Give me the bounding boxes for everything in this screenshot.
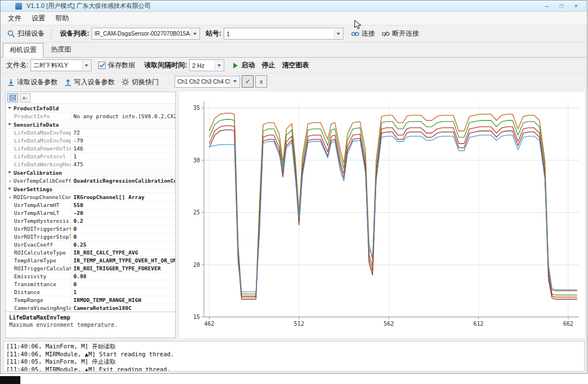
- property-name: LifeDataWorkingHours: [6, 161, 71, 168]
- property-category[interactable]: UserSettings: [6, 185, 175, 193]
- tab-heatmap[interactable]: 热度图: [44, 42, 78, 57]
- log-panel[interactable]: [11:40:06, MainForm, M] 开始读取[11:40:06, M…: [3, 341, 585, 372]
- property-value[interactable]: -79: [71, 137, 175, 144]
- menu-item-settings[interactable]: 设置: [27, 12, 50, 25]
- property-value[interactable]: 0: [71, 281, 175, 287]
- menu-item-help[interactable]: 帮助: [50, 12, 74, 25]
- property-value[interactable]: 72: [71, 130, 175, 136]
- tab-camera-settings[interactable]: 相机设置: [3, 43, 43, 58]
- checkbox-box[interactable]: [98, 62, 106, 69]
- interval-combo[interactable]: 2 Hz: [189, 59, 224, 71]
- temperature-chart[interactable]: 1520253035462512562612662: [179, 92, 585, 338]
- property-category[interactable]: ProductInfoOld: [6, 104, 175, 113]
- property-row[interactable]: ProductInfoNo any product info.[SV0.0.2,…: [6, 113, 175, 120]
- property-row[interactable]: UsrTempAlarmLT-20: [6, 209, 175, 217]
- property-name: Transmittance: [6, 281, 71, 288]
- property-value[interactable]: 146: [71, 145, 175, 152]
- property-value[interactable]: 0: [71, 226, 175, 232]
- property-row[interactable]: UsrEvacCoeff0.25: [6, 241, 175, 249]
- svg-text:20: 20: [193, 262, 200, 268]
- chevron-down-icon[interactable]: [334, 29, 342, 38]
- property-row[interactable]: CameraViewingAngleCameraRotation180C: [6, 304, 175, 312]
- property-value[interactable]: IR_TEMP_ALARM_TYPE_OVER_HT_OR_UNDER_LT: [71, 257, 175, 264]
- property-row[interactable]: UsrROITriggerStartTim0: [6, 225, 175, 233]
- disconnect-button[interactable]: 断开连接: [378, 28, 423, 40]
- property-row[interactable]: TempRangeIRMOD_TEMP_RANGE_HIGH: [6, 296, 175, 304]
- channel-combo[interactable]: Ch1 Ch2 Ch3 Ch4 Ch5 C: [175, 76, 240, 88]
- write-params-button[interactable]: 写入设备参数: [61, 76, 118, 88]
- property-row[interactable]: LifeDataProtocol1: [6, 153, 175, 161]
- chevron-down-icon[interactable]: [230, 77, 239, 87]
- property-category[interactable]: UserCalibration: [6, 169, 175, 177]
- property-value[interactable]: QuadraticRegressionCalibrationCoeffici: [71, 178, 175, 184]
- device-list-combo[interactable]: IR_CAM-DagaSensor-0027070B015A(1): [92, 28, 200, 40]
- property-row[interactable]: ROICalculateTypeIR_ROI_CALC_TYPE_AVG: [6, 249, 175, 257]
- chevron-down-icon[interactable]: [82, 61, 90, 70]
- property-row[interactable]: UsrTempAlarmHT550: [6, 201, 175, 209]
- property-name: Distance: [6, 288, 71, 296]
- property-value[interactable]: 550: [71, 202, 175, 208]
- filename-combo[interactable]: 二时下料XLY: [31, 59, 92, 71]
- scan-device-button[interactable]: 扫描设备: [4, 28, 48, 40]
- chevron-down-icon[interactable]: [190, 29, 199, 38]
- toolbar-capture: 文件名: 二时下料XLY 保存数据 读取间隔时间: 2 Hz 启动 停止 清空图…: [1, 58, 587, 74]
- toggle-shutter-button[interactable]: 切换快门: [118, 76, 162, 88]
- save-data-checkbox[interactable]: 保存数据: [98, 61, 135, 70]
- connect-button[interactable]: 连接: [348, 28, 378, 40]
- maximize-button[interactable]: □: [555, 2, 568, 10]
- expander-icon[interactable]: ›: [8, 178, 12, 184]
- alphabetical-sort-button[interactable]: A↓: [20, 93, 31, 102]
- property-value[interactable]: IR_ROI_CALC_TYPE_AVG: [71, 249, 175, 256]
- property-grid-rows: ProductInfoOldProductInfoNo any product …: [6, 104, 175, 312]
- property-row[interactable]: Distance1: [6, 288, 175, 296]
- minimize-button[interactable]: –: [541, 2, 553, 10]
- interval-value: 2 Hz: [192, 62, 214, 69]
- property-row[interactable]: ›UserTempCalibCoeffQuadraticRegressionCa…: [6, 177, 175, 185]
- property-value[interactable]: 1: [71, 153, 175, 159]
- property-value[interactable]: IRGroupChannel[] Array: [71, 194, 175, 200]
- property-row[interactable]: TempAlarmTypeIR_TEMP_ALARM_TYPE_OVER_HT_…: [6, 257, 175, 265]
- property-value[interactable]: CameraRotation180C: [71, 305, 175, 311]
- menu-item-file[interactable]: 文件: [3, 12, 27, 25]
- toggle-shutter-label: 切换快门: [132, 77, 159, 87]
- property-row[interactable]: UsrROITriggerStopTime0: [6, 233, 175, 241]
- apply-channels-button[interactable]: ✓: [242, 75, 254, 88]
- channel-selector-group: Ch1 Ch2 Ch3 Ch4 Ch5 C ✓ x: [175, 75, 267, 88]
- start-button[interactable]: 启动: [230, 59, 258, 71]
- read-params-button[interactable]: 读取设备参数: [4, 76, 61, 88]
- property-value[interactable]: No any product info.[SV0.0.2,CX20231122,…: [71, 113, 175, 119]
- property-row[interactable]: ROITriggerCalculateTyIR_ROI_TRIGGER_TYPE…: [6, 265, 175, 273]
- property-row[interactable]: ›ROIGroupChannelConfigIRGroupChannel[] A…: [6, 193, 175, 201]
- property-row[interactable]: LifeDataMinEnvTemp-79: [6, 137, 175, 145]
- property-value[interactable]: -20: [71, 210, 175, 216]
- categorized-view-button[interactable]: [7, 93, 18, 102]
- property-category[interactable]: SensorLifeData: [6, 120, 175, 129]
- property-row[interactable]: LifeDataMaxEnvTemp72: [6, 129, 175, 137]
- property-row[interactable]: Transmittance0: [6, 281, 175, 288]
- log-line: [11:40:06, MIRModule, ▲M] Start reading …: [6, 351, 582, 359]
- expander-icon[interactable]: ›: [8, 194, 12, 200]
- property-row[interactable]: LifeDataPowerOnTimes146: [6, 145, 175, 153]
- property-value[interactable]: IR_ROI_TRIGGER_TYPE_FOREVER: [71, 265, 175, 271]
- clear-chart-button[interactable]: 清空图表: [278, 59, 312, 71]
- chevron-down-icon[interactable]: [215, 61, 223, 70]
- property-value[interactable]: 1: [71, 289, 175, 295]
- property-name: UsrTempAlarmHT: [6, 201, 71, 209]
- svg-text:25: 25: [193, 209, 200, 215]
- property-value[interactable]: 475: [71, 161, 175, 167]
- property-row[interactable]: Emissivity0.98: [6, 273, 175, 281]
- property-value[interactable]: IRMOD_TEMP_RANGE_HIGH: [71, 297, 175, 303]
- taskbar-fragment[interactable]: [0, 376, 20, 384]
- property-value[interactable]: 0.2: [71, 218, 175, 224]
- stop-button[interactable]: 停止: [258, 59, 278, 71]
- clear-channels-button[interactable]: x: [255, 75, 267, 88]
- property-value[interactable]: 0.98: [71, 273, 175, 279]
- close-button[interactable]: ×: [570, 2, 582, 10]
- station-combo[interactable]: 1: [224, 28, 343, 40]
- property-value[interactable]: 0.25: [71, 241, 175, 248]
- property-row[interactable]: LifeDataWorkingHours475: [6, 161, 175, 169]
- property-value[interactable]: 0: [71, 234, 175, 240]
- disconnect-label: 断开连接: [392, 29, 419, 38]
- property-row[interactable]: UsrTempHysteresis0.2: [6, 217, 175, 225]
- svg-text:562: 562: [384, 321, 394, 327]
